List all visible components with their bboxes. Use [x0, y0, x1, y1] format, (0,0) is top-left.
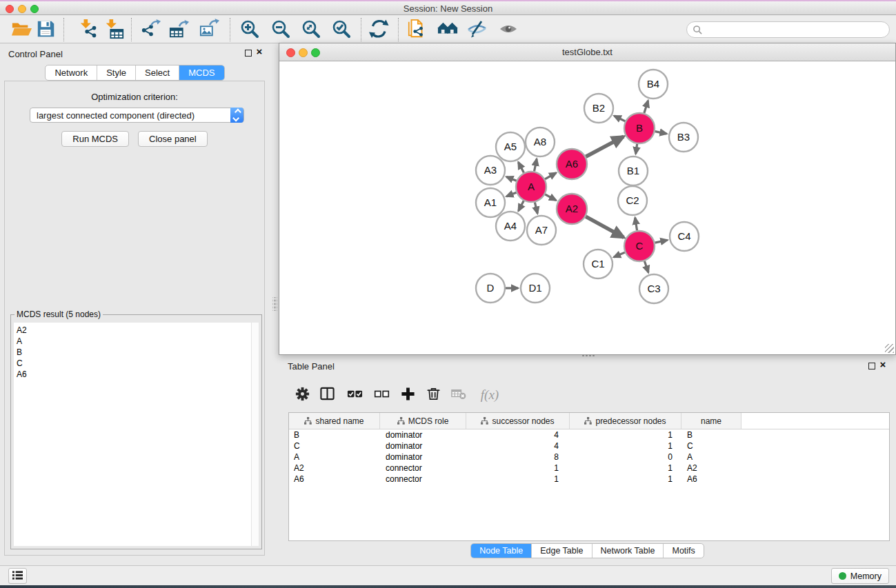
graph-node-A2[interactable]: A2 — [557, 194, 587, 224]
column-header-predecessor-nodes[interactable]: predecessor nodes — [570, 413, 681, 429]
table-row[interactable]: A6connector11A6 — [289, 474, 889, 485]
graph-node-C4[interactable]: C4 — [670, 222, 699, 251]
tab-network-table[interactable]: Network Table — [593, 544, 664, 558]
mcds-result-item[interactable]: A6 — [17, 369, 259, 380]
column-header-successor-nodes[interactable]: successor nodes — [466, 413, 570, 429]
mcds-result-list[interactable]: A2ABCA6 — [14, 323, 259, 546]
column-header-shared-name[interactable]: shared name — [289, 413, 380, 429]
run-mcds-button[interactable]: Run MCDS — [61, 131, 129, 147]
export-image-button[interactable] — [199, 19, 221, 41]
search-input[interactable] — [703, 25, 884, 35]
save-session-button[interactable] — [35, 19, 57, 41]
close-panel-button-2[interactable]: Close panel — [138, 131, 208, 147]
graph-node-D[interactable]: D — [476, 274, 505, 303]
graph-edge-C-C3[interactable] — [644, 261, 648, 273]
vertical-splitter-handle[interactable] — [272, 297, 277, 311]
graph-edge-B-B4[interactable] — [644, 101, 648, 113]
tab-mcds[interactable]: MCDS — [179, 65, 223, 80]
graph-edge-B-B2[interactable] — [614, 116, 625, 121]
export-network-button[interactable] — [140, 19, 162, 41]
graph-node-B1[interactable]: B1 — [619, 156, 648, 185]
resize-grip-icon[interactable] — [885, 344, 894, 353]
table-row[interactable]: A2connector11A2 — [289, 463, 889, 474]
tab-motifs[interactable]: Motifs — [664, 544, 703, 558]
graph-node-A7[interactable]: A7 — [527, 216, 556, 245]
graph-edge-A-A2[interactable] — [545, 194, 556, 201]
graph-edge-A-A7[interactable] — [535, 202, 537, 213]
import-network-button[interactable] — [78, 19, 100, 41]
memory-button[interactable]: Memory — [831, 568, 889, 584]
function-builder-button[interactable]: f(x) — [476, 386, 504, 404]
graph-node-C3[interactable]: C3 — [639, 274, 668, 303]
eye-button[interactable] — [497, 19, 519, 41]
graph-edge-A-A6[interactable] — [545, 173, 556, 179]
graph-node-A4[interactable]: A4 — [496, 212, 525, 241]
float-table-panel-button[interactable] — [868, 363, 875, 369]
open-session-button[interactable] — [10, 19, 32, 41]
task-history-button[interactable] — [8, 568, 27, 584]
mcds-result-item[interactable]: C — [17, 358, 259, 369]
export-table-button[interactable] — [168, 19, 190, 41]
graph-edge-A-A5[interactable] — [518, 162, 524, 172]
delete-column-button[interactable] — [424, 386, 442, 404]
create-column-button[interactable] — [399, 386, 417, 404]
tab-network[interactable]: Network — [46, 65, 97, 80]
float-panel-button[interactable] — [245, 50, 252, 57]
tab-style[interactable]: Style — [97, 65, 136, 80]
graph-node-B3[interactable]: B3 — [669, 123, 698, 152]
graph-edge-A6-B[interactable] — [586, 136, 624, 156]
graph-node-C[interactable]: C — [624, 231, 655, 261]
graph-edge-B-B3[interactable] — [655, 132, 667, 134]
deselect-all-button[interactable] — [372, 386, 390, 404]
graph-edge-C-C1[interactable] — [614, 252, 625, 257]
graph-node-C1[interactable]: C1 — [584, 250, 613, 278]
graph-edge-A-A4[interactable] — [519, 201, 524, 211]
zoom-fit-button[interactable] — [300, 19, 322, 41]
close-table-panel-button[interactable]: × — [878, 359, 888, 370]
graph-node-A3[interactable]: A3 — [476, 156, 505, 185]
optimization-criterion-select[interactable]: largest connected component (directed) — [30, 108, 244, 123]
graph-node-C2[interactable]: C2 — [618, 186, 647, 215]
tab-select[interactable]: Select — [136, 65, 179, 80]
delete-table-button[interactable] — [450, 386, 468, 404]
column-header-mcds-role[interactable]: MCDS role — [380, 413, 466, 429]
show-column-button[interactable] — [318, 386, 336, 404]
close-panel-button[interactable]: × — [255, 46, 264, 57]
graph-node-B4[interactable]: B4 — [639, 70, 668, 99]
graph-node-A5[interactable]: A5 — [496, 132, 525, 161]
zoom-in-button[interactable] — [239, 19, 261, 41]
graph-node-B2[interactable]: B2 — [584, 94, 613, 123]
eye-slash-button[interactable] — [466, 19, 488, 41]
graph-node-B[interactable]: B — [624, 113, 655, 143]
table-row[interactable]: Cdominator41C — [289, 440, 889, 452]
network-canvas[interactable]: B4B2BB3A8A5A6A3B1AC2A1A2A4A7C4CC1C3DD1 — [279, 61, 895, 354]
document-share-button[interactable] — [406, 19, 428, 41]
double-house-button[interactable] — [437, 19, 459, 41]
graph-edge-B-B1[interactable] — [636, 144, 637, 154]
graph-node-D1[interactable]: D1 — [521, 274, 550, 303]
graph-edge-A2-C[interactable] — [586, 216, 624, 237]
table-settings-button[interactable] — [293, 386, 311, 404]
graph-node-A6[interactable]: A6 — [557, 149, 587, 179]
scrollbar-track[interactable] — [251, 323, 259, 546]
graph-node-A[interactable]: A — [516, 172, 546, 202]
graph-edge-C-C4[interactable] — [655, 240, 667, 243]
mcds-result-item[interactable]: A — [17, 336, 259, 347]
search-box[interactable] — [686, 21, 890, 38]
table-row[interactable]: Adominator80A — [289, 452, 889, 463]
table-row[interactable]: Bdominator41B — [289, 429, 889, 440]
zoom-out-button[interactable] — [270, 19, 292, 41]
mcds-result-item[interactable]: A2 — [17, 325, 259, 336]
mcds-result-item[interactable]: B — [17, 347, 259, 358]
graph-node-A8[interactable]: A8 — [526, 128, 555, 156]
zoom-selected-button[interactable] — [330, 19, 352, 41]
graph-edge-C-C2[interactable] — [635, 218, 637, 231]
tab-node-table[interactable]: Node Table — [471, 544, 532, 558]
column-header-name[interactable]: name — [681, 413, 741, 429]
graph-edge-A-A8[interactable] — [535, 159, 537, 172]
tab-edge-table[interactable]: Edge Table — [532, 544, 592, 558]
graph-edge-A-A1[interactable] — [506, 192, 516, 196]
graph-edge-A-A3[interactable] — [506, 176, 517, 181]
refresh-button[interactable] — [368, 19, 390, 41]
graph-node-A1[interactable]: A1 — [476, 188, 505, 217]
